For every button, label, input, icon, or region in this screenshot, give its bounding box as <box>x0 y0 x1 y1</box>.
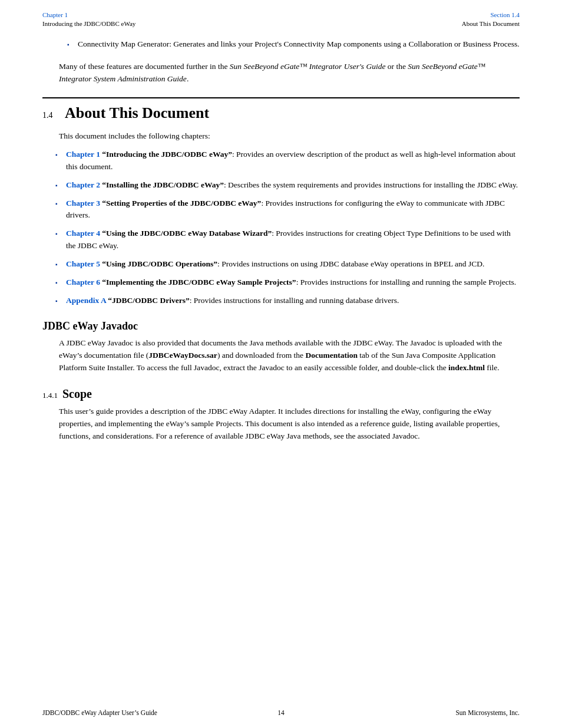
list-item: Chapter 2 “Installing the JDBC/ODBC eWay… <box>54 179 520 192</box>
page: Chapter 1 Introducing the JDBC/ODBC eWay… <box>0 0 562 728</box>
javadoc-bold2: Documentation <box>305 351 358 360</box>
intro-para-italic1: Sun SeeBeyond eGate™ Integrator User's G… <box>230 62 386 71</box>
footer-right: Sun Microsystems, Inc. <box>455 709 520 716</box>
scope-para: This user’s guide provides a description… <box>59 406 520 443</box>
section-1-4-heading: 1.4 About This Document <box>42 104 520 122</box>
chapter-2-link[interactable]: Chapter 2 <box>66 180 100 189</box>
chapter-6-rest: : Provides instructions for installing a… <box>296 278 516 286</box>
chapter-list: Chapter 1 “Introducing the JDBC/ODBC eWa… <box>54 149 520 307</box>
list-item: Chapter 4 “Using the JDBC/ODBC eWay Data… <box>54 228 520 252</box>
chapter-1-bold: “Introducing the JDBC/ODBC eWay” <box>100 150 232 159</box>
page-footer: JDBC/ODBC eWay Adapter User’s Guide 14 S… <box>0 709 562 716</box>
list-item: Appendix A “JDBC/ODBC Drivers”: Provides… <box>54 295 520 307</box>
list-item: Connectivity Map Generator: Generates an… <box>66 38 520 50</box>
footer-left: JDBC/ODBC eWay Adapter User’s Guide <box>42 709 157 716</box>
appendix-a-bold: “JDBC/ODBC Drivers” <box>106 296 190 305</box>
jdbc-javadoc-para: A JDBC eWay Javadoc is also provided tha… <box>59 337 520 374</box>
section-divider <box>42 97 520 98</box>
page-content: Connectivity Map Generator: Generates an… <box>0 32 562 472</box>
scope-number: 1.4.1 <box>42 391 58 400</box>
list-item: Chapter 6 “Implementing the JDBC/ODBC eW… <box>54 276 520 289</box>
appendix-a-rest: : Provides instructions for installing a… <box>190 296 399 305</box>
page-header: Chapter 1 Introducing the JDBC/ODBC eWay… <box>0 0 562 32</box>
intro-paragraph: Many of these features are documented fu… <box>59 61 520 85</box>
list-item: Chapter 1 “Introducing the JDBC/ODBC eWa… <box>54 149 520 173</box>
chapter-1-link[interactable]: Chapter 1 <box>66 150 100 159</box>
list-item: Chapter 3 “Setting Properties of the JDB… <box>54 197 520 222</box>
appendix-a-link[interactable]: Appendix A <box>66 296 106 305</box>
chapter-5-bold: “Using JDBC/ODBC Operations” <box>100 259 217 268</box>
header-chapter-label: Chapter 1 <box>42 11 135 19</box>
scope-title: Scope <box>62 387 92 401</box>
javadoc-para-end: file. <box>485 363 500 372</box>
chapter-2-rest: : Describes the system requirements and … <box>224 180 518 189</box>
chapter-3-bold: “Setting Properties of the JDBC/ODBC eWa… <box>100 199 261 207</box>
section-intro-text: This document includes the following cha… <box>59 130 520 143</box>
intro-bullets: Connectivity Map Generator: Generates an… <box>66 38 520 50</box>
intro-para-mid: or the <box>385 62 408 71</box>
footer-center-page-number: 14 <box>277 709 285 716</box>
intro-para-prefix: Many of these features are documented fu… <box>59 62 230 71</box>
jdbc-javadoc-heading: JDBC eWay Javadoc <box>42 320 520 332</box>
header-section-subtitle: About This Document <box>462 19 520 28</box>
chapter-2-bold: “Installing the JDBC/ODBC eWay” <box>100 180 224 189</box>
chapter-6-link[interactable]: Chapter 6 <box>66 278 100 286</box>
javadoc-bold1: JDBCeWayDocs.sar <box>148 351 217 360</box>
chapter-6-bold: “Implementing the JDBC/ODBC eWay Sample … <box>100 278 296 286</box>
chapter-4-bold: “Using the JDBC/ODBC eWay Database Wizar… <box>100 229 272 238</box>
section-title: About This Document <box>65 104 209 122</box>
javadoc-bold3: index.html <box>448 363 485 372</box>
header-left: Chapter 1 Introducing the JDBC/ODBC eWay <box>42 11 135 29</box>
header-right: Section 1.4 About This Document <box>462 11 520 29</box>
header-section-label: Section 1.4 <box>462 11 520 19</box>
chapter-5-link[interactable]: Chapter 5 <box>66 259 100 268</box>
intro-para-suffix: . <box>187 74 189 83</box>
chapter-5-rest: : Provides instructions on using JDBC da… <box>217 259 484 268</box>
chapter-4-link[interactable]: Chapter 4 <box>66 229 100 238</box>
header-chapter-subtitle: Introducing the JDBC/ODBC eWay <box>42 19 135 28</box>
scope-heading-row: 1.4.1 Scope <box>42 387 520 401</box>
chapter-3-link[interactable]: Chapter 3 <box>66 199 100 207</box>
javadoc-para-mid: ) and downloaded from the <box>217 351 306 360</box>
list-item: Chapter 5 “Using JDBC/ODBC Operations”: … <box>54 258 520 271</box>
section-number: 1.4 <box>42 111 59 120</box>
